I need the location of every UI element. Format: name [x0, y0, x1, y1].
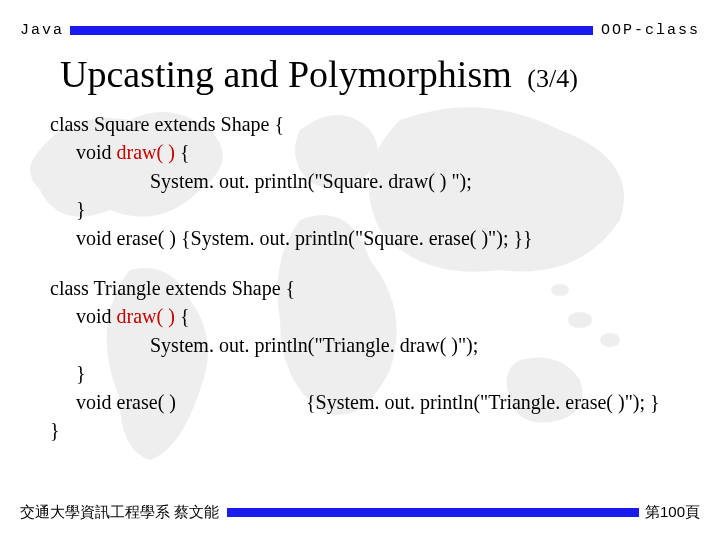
footer-left-label: 交通大學資訊工程學系 蔡文能 [20, 503, 219, 522]
code-line: System. out. println("Triangle. draw( )"… [50, 331, 690, 359]
title-pager: (3/4) [527, 64, 578, 93]
footer-bar: 交通大學資訊工程學系 蔡文能 第100頁 [20, 503, 700, 522]
code-line: class Triangle extends Shape { [50, 274, 690, 302]
highlighted-method: draw( ) [117, 305, 175, 327]
title-main: Upcasting and Polymorphism [60, 53, 512, 95]
slide-title: Upcasting and Polymorphism (3/4) [60, 52, 690, 96]
header-left-label: Java [20, 22, 64, 39]
code-line: } [50, 416, 690, 444]
footer-page-number: 第100頁 [645, 503, 700, 522]
code-line: } [50, 195, 690, 223]
code-block-square: class Square extends Shape { void draw( … [50, 110, 690, 252]
code-line: } [50, 359, 690, 387]
code-block-triangle: class Triangle extends Shape { void draw… [50, 274, 690, 444]
header-right-label: OOP-class [601, 22, 700, 39]
footer-rule [227, 508, 639, 517]
code-line: void draw( ) { [50, 138, 690, 166]
code-line: void erase( ) {System. out. println("Squ… [50, 224, 690, 252]
header-bar: Java OOP-class [20, 22, 700, 39]
code-line: System. out. println("Square. draw( ) ")… [50, 167, 690, 195]
code-line: void draw( ) { [50, 302, 690, 330]
header-rule [70, 26, 593, 35]
code-line: void erase( ) {System. out. println("Tri… [50, 388, 690, 416]
code-line: class Square extends Shape { [50, 110, 690, 138]
code-content: class Square extends Shape { void draw( … [50, 110, 690, 466]
highlighted-method: draw( ) [117, 141, 175, 163]
